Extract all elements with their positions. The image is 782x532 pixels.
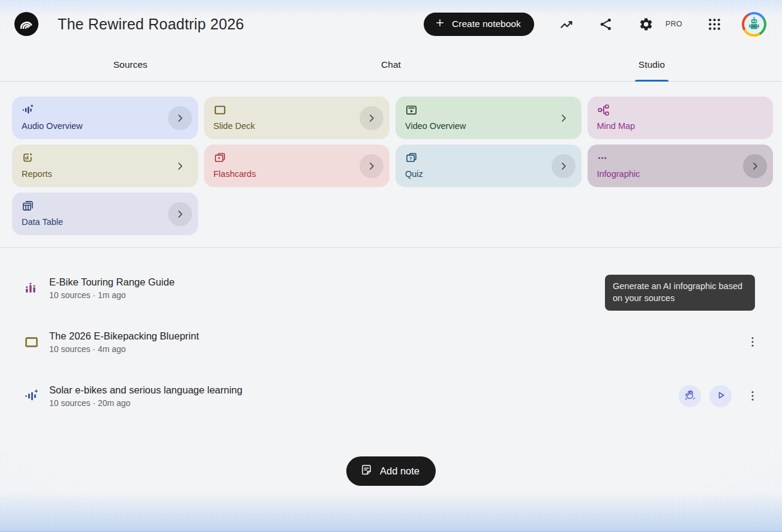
artifact-title: The 2026 E-Bikepacking Blueprint — [49, 330, 199, 342]
tool-label: Quiz — [405, 169, 572, 179]
slide-frame-icon — [24, 335, 40, 350]
chevron-right-icon[interactable] — [168, 202, 192, 226]
notebooklm-logo-icon[interactable] — [14, 12, 38, 36]
pro-badge: PRO — [666, 20, 682, 28]
settings-button[interactable] — [638, 12, 654, 36]
tool-card-infographic[interactable]: Infographic — [588, 145, 774, 187]
tab-bar: Sources Chat Studio — [0, 48, 782, 82]
data-table-icon — [22, 200, 188, 212]
robot-avatar-icon — [744, 14, 764, 34]
tab-chat[interactable]: Chat — [260, 48, 521, 81]
audio-waveform-sparkle-icon — [24, 389, 40, 404]
artifact-row[interactable]: Solar e-bikes and serious language learn… — [0, 369, 782, 423]
tool-card-reports[interactable]: Reports — [12, 145, 198, 187]
note-icon — [360, 464, 373, 479]
chevron-right-icon[interactable] — [359, 154, 383, 178]
artifact-meta: 10 sources · 20m ago — [49, 398, 242, 408]
flashcards-star-icon — [214, 152, 380, 164]
more-options-button[interactable] — [745, 330, 760, 354]
tool-card-flashcards[interactable]: Flashcards — [204, 145, 390, 187]
tool-label: Slide Deck — [214, 121, 380, 131]
artifact-text: The 2026 E-Bikepacking Blueprint 10 sour… — [49, 330, 199, 354]
play-icon — [715, 389, 727, 403]
hand-icon — [684, 389, 696, 403]
slide-frame-icon — [214, 104, 380, 116]
audio-waveform-sparkle-icon — [22, 104, 188, 116]
avatar[interactable] — [742, 12, 766, 37]
tool-card-video-overview[interactable]: Video Overview — [396, 97, 582, 139]
tool-card-quiz[interactable]: ? Quiz — [396, 145, 582, 187]
chevron-right-icon[interactable] — [359, 106, 383, 130]
tool-card-mind-map[interactable]: Mind Map — [588, 97, 774, 139]
header: The Rewired Roadtrip 2026 Create noteboo… — [0, 0, 782, 48]
header-actions: Create notebook PRO — [424, 12, 766, 37]
footer: Add note — [0, 456, 782, 486]
notebooklm-page: The Rewired Roadtrip 2026 Create noteboo… — [0, 0, 782, 532]
notebook-title: The Rewired Roadtrip 2026 — [58, 16, 244, 33]
apps-grid-button[interactable] — [707, 12, 722, 36]
quiz-cards-icon: ? — [405, 152, 572, 164]
report-sparkle-icon — [22, 152, 188, 164]
interactive-mode-button[interactable] — [679, 385, 701, 407]
tool-label: Flashcards — [214, 169, 380, 179]
tab-studio[interactable]: Studio — [522, 48, 782, 81]
add-note-button[interactable]: Add note — [346, 456, 436, 486]
bar-chart-icon — [24, 281, 40, 296]
create-notebook-label: Create notebook — [452, 19, 521, 29]
tool-label: Video Overview — [405, 121, 572, 131]
chevron-right-icon[interactable] — [552, 154, 576, 178]
artifact-title: Solar e-bikes and serious language learn… — [49, 384, 242, 396]
chevron-right-icon[interactable] — [168, 106, 192, 130]
tool-card-data-table[interactable]: Data Table — [12, 193, 198, 235]
studio-tool-grid: Audio Overview Slide Deck Video Overvi — [12, 97, 773, 235]
tool-label: Data Table — [22, 217, 188, 227]
artifact-text: E-Bike Touring Range Guide 10 sources · … — [49, 276, 175, 300]
add-note-label: Add note — [380, 465, 420, 477]
play-button[interactable] — [709, 385, 732, 407]
more-options-button[interactable] — [745, 384, 760, 408]
create-notebook-button[interactable]: Create notebook — [424, 13, 534, 36]
tab-sources[interactable]: Sources — [0, 48, 260, 81]
analytics-button[interactable] — [559, 12, 574, 36]
artifact-actions — [679, 384, 760, 408]
chevron-right-icon[interactable] — [743, 154, 767, 178]
mind-map-icon — [597, 104, 764, 116]
infographic-tooltip: Generate an AI infographic based on your… — [605, 275, 755, 311]
chevron-right-icon[interactable] — [552, 106, 576, 130]
video-play-icon — [405, 104, 572, 116]
studio-panel: Audio Overview Slide Deck Video Overvi — [0, 82, 782, 235]
tool-label: Infographic — [597, 169, 764, 179]
artifact-meta: 10 sources · 1m ago — [49, 290, 175, 300]
artifact-title: E-Bike Touring Range Guide — [49, 276, 175, 288]
loading-dots-icon — [597, 152, 764, 164]
artifact-row[interactable]: The 2026 E-Bikepacking Blueprint 10 sour… — [0, 315, 782, 369]
tool-label: Mind Map — [597, 121, 764, 131]
tool-label: Audio Overview — [22, 121, 188, 131]
plus-icon — [435, 17, 445, 31]
tool-card-slide-deck[interactable]: Slide Deck — [204, 97, 390, 139]
tool-card-audio-overview[interactable]: Audio Overview — [12, 97, 198, 139]
chevron-right-icon[interactable] — [168, 154, 192, 178]
svg-text:?: ? — [409, 156, 412, 161]
artifact-actions — [740, 330, 760, 354]
tool-label: Reports — [22, 169, 188, 179]
share-button[interactable] — [598, 12, 613, 36]
artifact-list: E-Bike Touring Range Guide 10 sources · … — [0, 248, 782, 423]
artifact-text: Solar e-bikes and serious language learn… — [49, 384, 242, 408]
artifact-meta: 10 sources · 4m ago — [49, 344, 199, 354]
